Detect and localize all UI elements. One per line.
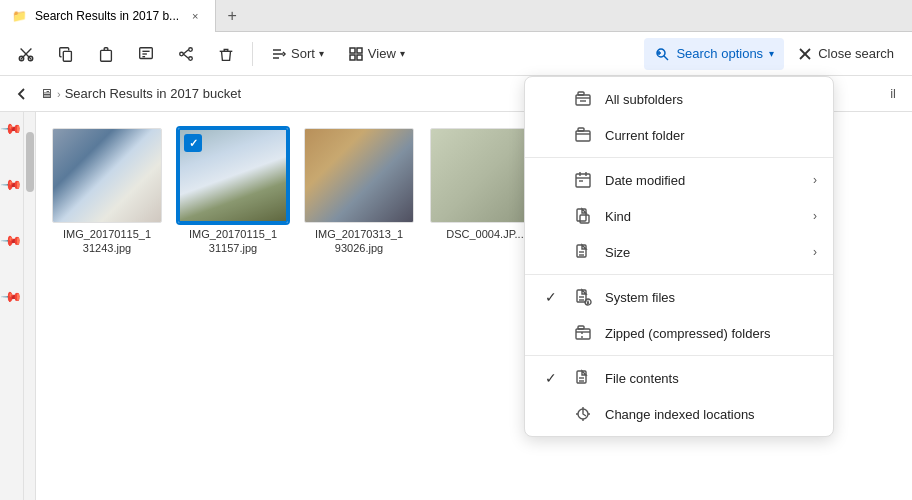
- view-button[interactable]: View ▾: [338, 38, 415, 70]
- svg-line-22: [664, 56, 668, 60]
- svg-rect-49: [578, 326, 584, 329]
- menu-separator-2: [525, 274, 833, 275]
- svg-rect-18: [357, 48, 362, 53]
- file-contents-icon: [573, 368, 593, 388]
- menu-item-file-contents[interactable]: ✓ File contents: [525, 360, 833, 396]
- list-item[interactable]: ✓ IMG_20170115_131157.jpg: [178, 128, 288, 256]
- date-modified-icon: [573, 170, 593, 190]
- svg-point-11: [189, 56, 193, 60]
- menu-label-size: Size: [605, 245, 801, 260]
- rename-button[interactable]: [128, 38, 164, 70]
- close-search-button[interactable]: Close search: [788, 38, 904, 70]
- breadcrumb-home-icon: 🖥: [40, 86, 53, 101]
- breadcrumb-folder[interactable]: Search Results in 2017 bucket: [65, 86, 241, 101]
- menu-label-date-modified: Date modified: [605, 173, 801, 188]
- back-button[interactable]: [8, 80, 36, 108]
- svg-rect-20: [357, 55, 362, 60]
- menu-item-size[interactable]: Size ›: [525, 234, 833, 270]
- rename-icon: [137, 45, 155, 63]
- svg-rect-5: [101, 50, 112, 61]
- svg-point-10: [189, 47, 193, 51]
- svg-rect-28: [578, 92, 584, 95]
- pin-icon-4[interactable]: 📌: [0, 284, 23, 307]
- search-options-button[interactable]: Search options ▾: [644, 38, 784, 70]
- svg-rect-31: [578, 128, 584, 131]
- close-search-label: Close search: [818, 46, 894, 61]
- copy-button[interactable]: [48, 38, 84, 70]
- close-search-icon: [798, 47, 812, 61]
- svg-point-47: [588, 303, 589, 304]
- new-tab-button[interactable]: +: [216, 0, 248, 32]
- menu-label-system-files: System files: [605, 290, 817, 305]
- tab-title: Search Results in 2017 b...: [35, 9, 179, 23]
- delete-icon: [217, 45, 235, 63]
- tab-active[interactable]: 📁 Search Results in 2017 b... ×: [0, 0, 216, 32]
- svg-rect-19: [350, 55, 355, 60]
- share-button[interactable]: [168, 38, 204, 70]
- sort-chevron-icon: ▾: [319, 48, 324, 59]
- system-files-icon: [573, 287, 593, 307]
- change-indexed-icon: [573, 404, 593, 424]
- menu-label-file-contents: File contents: [605, 371, 817, 386]
- all-subfolders-icon: [573, 89, 593, 109]
- pin-icon-2[interactable]: 📌: [0, 172, 23, 195]
- menu-item-all-subfolders[interactable]: All subfolders: [525, 81, 833, 117]
- paste-icon: [97, 45, 115, 63]
- size-icon: [573, 242, 593, 262]
- menu-check-file-contents: ✓: [541, 370, 561, 386]
- delete-button[interactable]: [208, 38, 244, 70]
- svg-rect-27: [576, 95, 590, 105]
- svg-rect-6: [140, 47, 153, 58]
- selection-check: ✓: [184, 134, 202, 152]
- sort-button[interactable]: Sort ▾: [261, 38, 334, 70]
- view-chevron-icon: ▾: [400, 48, 405, 59]
- cut-button[interactable]: [8, 38, 44, 70]
- sort-label: Sort: [291, 46, 315, 61]
- menu-separator-1: [525, 157, 833, 158]
- menu-label-change-indexed: Change indexed locations: [605, 407, 817, 422]
- breadcrumb: 🖥 › Search Results in 2017 bucket: [40, 86, 241, 101]
- menu-label-all-subfolders: All subfolders: [605, 92, 817, 107]
- pin-icon-3[interactable]: 📌: [0, 228, 23, 251]
- pin-column: 📌 📌 📌 📌: [0, 112, 24, 500]
- date-modified-arrow-icon: ›: [813, 173, 817, 187]
- size-arrow-icon: ›: [813, 245, 817, 259]
- scroll-panel[interactable]: [24, 112, 36, 500]
- scroll-thumb[interactable]: [26, 132, 34, 192]
- menu-item-current-folder[interactable]: Current folder: [525, 117, 833, 153]
- photo-image: [305, 129, 413, 222]
- share-icon: [177, 45, 195, 63]
- file-thumbnail-selected: ✓: [178, 128, 288, 223]
- toolbar: Sort ▾ View ▾ Search options ▾ Close sea…: [0, 32, 912, 76]
- menu-item-system-files[interactable]: ✓ System files: [525, 279, 833, 315]
- search-options-icon: [654, 46, 670, 62]
- pin-icon-1[interactable]: 📌: [0, 116, 23, 139]
- search-options-dropdown: All subfolders Current folder Date mod: [524, 76, 834, 437]
- svg-rect-4: [63, 51, 71, 61]
- breadcrumb-separator: ›: [57, 88, 61, 100]
- file-thumbnail: [304, 128, 414, 223]
- zipped-folders-icon: [573, 323, 593, 343]
- list-item[interactable]: IMG_20170313_193026.jpg: [304, 128, 414, 256]
- back-icon: [15, 87, 29, 101]
- photo-image: [53, 129, 161, 222]
- file-name: IMG_20170115_131157.jpg: [189, 227, 277, 256]
- tab-bar: 📁 Search Results in 2017 b... × +: [0, 0, 912, 32]
- svg-rect-38: [580, 215, 589, 223]
- file-name: DSC_0004.JP...: [446, 227, 523, 241]
- menu-item-change-indexed[interactable]: Change indexed locations: [525, 396, 833, 432]
- menu-item-date-modified[interactable]: Date modified ›: [525, 162, 833, 198]
- kind-arrow-icon: ›: [813, 209, 817, 223]
- menu-label-kind: Kind: [605, 209, 801, 224]
- file-name: IMG_20170313_193026.jpg: [315, 227, 403, 256]
- paste-button[interactable]: [88, 38, 124, 70]
- search-options-chevron-icon: ▾: [769, 48, 774, 59]
- list-item[interactable]: IMG_20170115_131243.jpg: [52, 128, 162, 256]
- svg-rect-30: [576, 131, 590, 141]
- menu-item-kind[interactable]: Kind ›: [525, 198, 833, 234]
- address-right-label: il: [890, 86, 896, 101]
- tab-close-button[interactable]: ×: [187, 8, 203, 24]
- menu-separator-3: [525, 355, 833, 356]
- view-icon: [348, 46, 364, 62]
- menu-item-zipped-folders[interactable]: Zipped (compressed) folders: [525, 315, 833, 351]
